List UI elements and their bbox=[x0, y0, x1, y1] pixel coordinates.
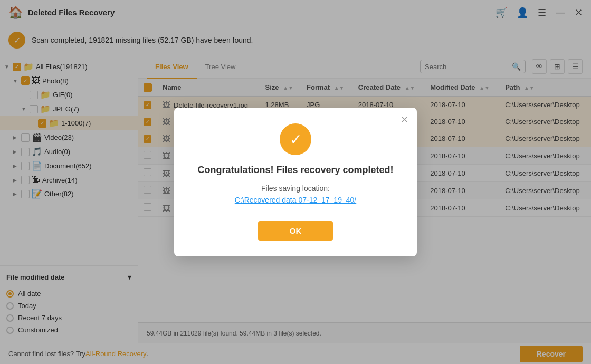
modal-overlay: ✕ ✓ Congratulations! Files recovery comp… bbox=[0, 0, 591, 364]
modal-location-label: Files saving location: bbox=[195, 184, 396, 193]
modal-close-button[interactable]: ✕ bbox=[401, 114, 408, 126]
modal-location-link[interactable]: C:\Recovered data 07-12_17_19_40/ bbox=[195, 196, 396, 204]
recovery-complete-modal: ✕ ✓ Congratulations! Files recovery comp… bbox=[174, 108, 417, 256]
modal-success-icon: ✓ bbox=[280, 123, 311, 155]
modal-title: Congratulations! Files recovery complete… bbox=[195, 165, 396, 176]
modal-ok-button[interactable]: OK bbox=[258, 221, 333, 241]
